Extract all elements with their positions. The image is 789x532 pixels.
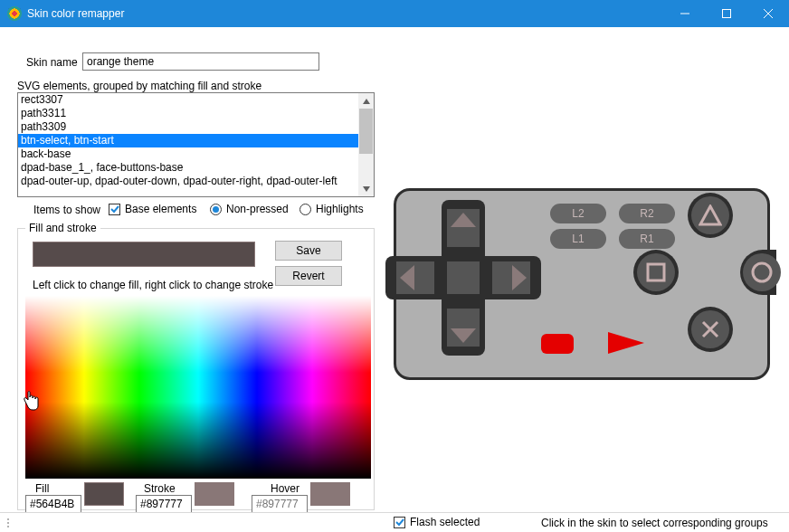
list-item[interactable]: rect3307 [18, 93, 358, 107]
fill-swatch[interactable] [84, 482, 124, 506]
window-title: Skin color remapper [27, 7, 124, 20]
list-item[interactable]: path3309 [18, 120, 358, 134]
triangle-button[interactable] [691, 196, 729, 234]
hover-input[interactable] [252, 495, 308, 513]
scroll-thumb[interactable] [359, 109, 373, 154]
list-item[interactable]: path3311 [18, 107, 358, 120]
flash-selected-checkbox[interactable]: Flash selected [394, 516, 480, 528]
maximize-button[interactable] [706, 0, 747, 27]
status-hint: Click in the skin to select correspondin… [541, 517, 768, 529]
base-elements-label: Base elements [125, 203, 196, 215]
list-item[interactable]: dpad-outer-up, dpad-outer-down, dpad-out… [18, 175, 358, 188]
svg-rect-12 [648, 264, 664, 280]
skin-name-label: Skin name [26, 56, 78, 69]
flash-selected-label: Flash selected [410, 516, 480, 528]
svg-marker-5 [363, 186, 370, 192]
non-pressed-radio[interactable]: Non-pressed [210, 203, 289, 215]
svg-marker-4 [363, 99, 370, 104]
skin-name-input[interactable] [82, 52, 319, 71]
items-to-show-label: Items to show [33, 204, 100, 216]
r2-button[interactable]: R2 [619, 204, 675, 223]
btn-select[interactable] [541, 334, 574, 354]
hover-label: Hover [271, 482, 299, 495]
listbox-scrollbar[interactable] [358, 93, 374, 196]
scroll-down-button[interactable] [358, 181, 374, 196]
svg-marker-7 [451, 328, 476, 343]
list-item[interactable]: back-base [18, 147, 358, 161]
stroke-label: Stroke [144, 482, 176, 495]
svg-point-13 [753, 263, 771, 281]
color-spectrum[interactable] [25, 296, 371, 479]
l2-button[interactable]: L2 [550, 204, 606, 223]
svg-marker-6 [451, 213, 476, 227]
title-bar: Skin color remapper [0, 0, 789, 27]
l1-button[interactable]: L1 [550, 229, 606, 249]
radio-icon [210, 204, 222, 215]
svg-rect-1 [723, 10, 731, 18]
svg-marker-10 [608, 332, 644, 354]
stroke-input[interactable] [136, 495, 192, 513]
radio-icon [299, 204, 311, 215]
btn-start[interactable] [608, 330, 644, 356]
cross-button[interactable] [691, 310, 729, 348]
list-item[interactable]: btn-select, btn-start [18, 134, 358, 147]
fill-input[interactable] [25, 495, 81, 513]
circle-button[interactable] [743, 253, 781, 291]
fill-stroke-hint: Left click to change fill, right click t… [33, 279, 273, 291]
fill-stroke-group: Fill and stroke Save Revert Left click t… [17, 228, 375, 510]
hover-swatch[interactable] [310, 482, 350, 506]
save-button[interactable]: Save [275, 241, 342, 261]
elements-listbox[interactable]: rect3307path3311path3309btn-select, btn-… [17, 92, 375, 197]
status-bar: Flash selected Click in the skin to sele… [0, 512, 789, 532]
client-area: Skin name SVG elements, grouped by match… [0, 27, 789, 532]
svg-marker-9 [512, 265, 527, 290]
checkbox-icon [109, 204, 120, 215]
fill-label: Fill [35, 482, 49, 495]
skin-preview[interactable]: L2 L1 R2 R1 [394, 188, 770, 380]
fill-stroke-legend: Fill and stroke [25, 222, 100, 234]
highlights-radio[interactable]: Highlights [299, 203, 364, 215]
revert-button[interactable]: Revert [275, 266, 342, 286]
preview-swatch[interactable] [33, 242, 255, 267]
checkbox-icon [394, 517, 405, 528]
close-button[interactable] [747, 0, 789, 27]
square-button[interactable] [637, 253, 675, 291]
non-pressed-label: Non-pressed [226, 203, 289, 215]
r1-button[interactable]: R1 [619, 229, 675, 249]
elements-heading: SVG elements, grouped by matching fill a… [17, 80, 261, 92]
highlights-label: Highlights [316, 203, 364, 215]
base-elements-checkbox[interactable]: Base elements [109, 203, 196, 215]
list-item[interactable]: dpad-base_1_, face-buttons-base [18, 161, 358, 175]
minimize-button[interactable] [664, 0, 706, 27]
svg-marker-8 [400, 265, 414, 290]
stroke-swatch[interactable] [195, 482, 234, 506]
scroll-up-button[interactable] [358, 93, 374, 109]
app-icon [7, 6, 22, 21]
svg-marker-11 [700, 206, 720, 224]
status-grip-icon [7, 518, 13, 527]
